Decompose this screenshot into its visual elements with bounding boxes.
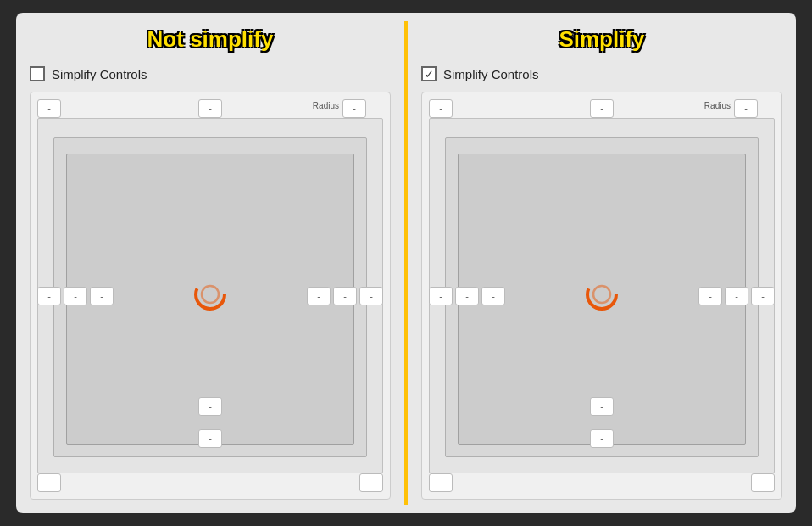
right-mid-right-btn1[interactable]: - — [698, 287, 722, 305]
left-radius-label: Radius — [313, 101, 339, 110]
right-box-model: Radius - - - Margin Border Padding — [421, 92, 782, 500]
left-panel-title: Not simplify — [30, 26, 391, 53]
right-radius-btn[interactable]: - — [734, 99, 758, 118]
left-top-left-btn[interactable]: - — [37, 99, 61, 118]
right-top-center-btn[interactable]: - — [590, 99, 614, 118]
left-bot-right-btn[interactable]: - — [359, 473, 383, 492]
left-mid-right-btn3[interactable]: - — [359, 287, 383, 305]
right-radius-label: Radius — [704, 101, 731, 110]
right-bot-center-btn2[interactable]: - — [590, 429, 614, 448]
right-panel: Simplify ✓ Simplify Controls Radius - - … — [408, 13, 796, 513]
svg-point-1 — [202, 286, 219, 303]
main-container: Not simplify Simplify Controls Radius - … — [16, 13, 796, 513]
left-top-center-btn[interactable]: - — [198, 99, 222, 118]
left-checkbox[interactable] — [30, 66, 45, 81]
left-panel: Not simplify Simplify Controls Radius - … — [16, 13, 404, 513]
right-mid-left-btn3[interactable]: - — [481, 287, 505, 305]
right-checkbox-label: Simplify Controls — [443, 67, 539, 81]
right-mid-right-btn2[interactable]: - — [725, 287, 748, 305]
right-bot-right-btn[interactable]: - — [751, 473, 775, 492]
right-mid-left-btn1[interactable]: - — [429, 287, 453, 305]
right-circle-icon — [583, 276, 620, 316]
left-bot-center-btn1[interactable]: - — [198, 397, 222, 416]
left-mid-left-btn3[interactable]: - — [90, 287, 114, 305]
left-box-model: Radius - - - Margin - Border - Padding - — [30, 92, 391, 500]
right-checkbox-row[interactable]: ✓ Simplify Controls — [421, 66, 782, 81]
right-checkbox[interactable]: ✓ — [421, 66, 437, 81]
right-bot-center-btn1[interactable]: - — [590, 397, 614, 416]
left-checkbox-row[interactable]: Simplify Controls — [30, 66, 391, 81]
left-mid-left-btn2[interactable]: - — [64, 287, 87, 305]
left-mid-right-btn1[interactable]: - — [307, 287, 331, 305]
left-radius-btn[interactable]: - — [342, 99, 366, 118]
right-panel-title: Simplify — [421, 26, 782, 53]
checkmark-icon: ✓ — [425, 68, 434, 81]
right-top-left-btn[interactable]: - — [429, 99, 453, 118]
svg-point-2 — [587, 280, 616, 309]
right-mid-right-btn3[interactable]: - — [751, 287, 775, 305]
left-mid-left-btn1[interactable]: - — [37, 287, 61, 305]
right-bot-left-btn[interactable]: - — [429, 473, 453, 492]
svg-point-0 — [196, 280, 225, 309]
left-mid-right-btn2[interactable]: - — [333, 287, 357, 305]
left-bot-center-btn2[interactable]: - — [198, 429, 222, 448]
svg-point-3 — [593, 286, 610, 303]
left-bot-left-btn[interactable]: - — [37, 473, 61, 492]
left-checkbox-label: Simplify Controls — [52, 67, 147, 81]
left-circle-icon — [192, 276, 229, 316]
right-mid-left-btn2[interactable]: - — [455, 287, 479, 305]
